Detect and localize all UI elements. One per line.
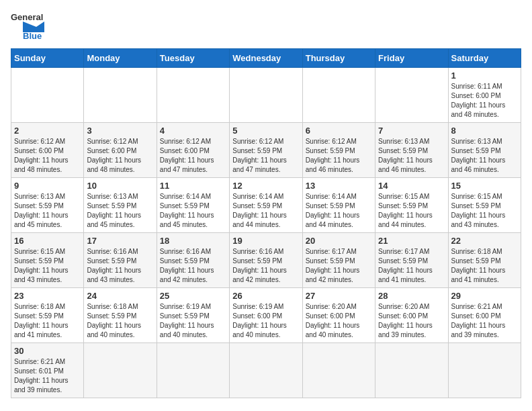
calendar-cell [302, 343, 375, 398]
day-info: Sunrise: 6:17 AMSunset: 5:59 PMDaylight:… [306, 247, 372, 285]
day-number: 29 [451, 291, 518, 301]
day-number: 19 [232, 236, 299, 246]
day-number: 4 [160, 126, 226, 136]
day-info: Sunrise: 6:19 AMSunset: 5:59 PMDaylight:… [160, 302, 226, 340]
calendar-week-5: 30Sunrise: 6:21 AMSunset: 6:01 PMDayligh… [11, 343, 521, 398]
calendar-cell: 3Sunrise: 6:12 AMSunset: 6:00 PMDaylight… [84, 123, 157, 178]
svg-text:General: General [11, 12, 43, 22]
weekday-header-wednesday: Wednesday [230, 49, 302, 68]
day-info: Sunrise: 6:20 AMSunset: 6:00 PMDaylight:… [306, 302, 372, 340]
calendar-week-0: 1Sunrise: 6:11 AMSunset: 6:00 PMDaylight… [11, 68, 521, 123]
calendar-cell [375, 343, 448, 398]
day-info: Sunrise: 6:16 AMSunset: 5:59 PMDaylight:… [232, 247, 299, 285]
logo: GeneralBlue [11, 11, 44, 40]
day-info: Sunrise: 6:17 AMSunset: 5:59 PMDaylight:… [378, 247, 445, 285]
weekday-header-sunday: Sunday [11, 49, 84, 68]
day-number: 8 [451, 126, 518, 136]
calendar-cell: 9Sunrise: 6:13 AMSunset: 5:59 PMDaylight… [11, 178, 84, 233]
calendar-cell [84, 68, 157, 123]
calendar-week-1: 2Sunrise: 6:12 AMSunset: 6:00 PMDaylight… [11, 123, 521, 178]
day-info: Sunrise: 6:18 AMSunset: 5:59 PMDaylight:… [451, 247, 518, 285]
calendar-cell: 2Sunrise: 6:12 AMSunset: 6:00 PMDaylight… [11, 123, 84, 178]
calendar-week-2: 9Sunrise: 6:13 AMSunset: 5:59 PMDaylight… [11, 178, 521, 233]
calendar-cell [157, 68, 229, 123]
calendar-cell: 25Sunrise: 6:19 AMSunset: 5:59 PMDayligh… [157, 288, 229, 343]
day-info: Sunrise: 6:16 AMSunset: 5:59 PMDaylight:… [160, 247, 226, 285]
day-number: 6 [306, 126, 372, 136]
day-number: 23 [14, 291, 81, 301]
day-number: 11 [160, 181, 226, 191]
day-info: Sunrise: 6:15 AMSunset: 5:59 PMDaylight:… [451, 192, 518, 230]
calendar-cell: 19Sunrise: 6:16 AMSunset: 5:59 PMDayligh… [230, 233, 302, 288]
day-number: 7 [378, 126, 445, 136]
calendar-cell: 11Sunrise: 6:14 AMSunset: 5:59 PMDayligh… [157, 178, 229, 233]
calendar-cell: 26Sunrise: 6:19 AMSunset: 6:00 PMDayligh… [230, 288, 302, 343]
calendar-cell [157, 343, 229, 398]
calendar-cell [230, 343, 302, 398]
day-info: Sunrise: 6:12 AMSunset: 5:59 PMDaylight:… [232, 137, 299, 175]
calendar-cell: 1Sunrise: 6:11 AMSunset: 6:00 PMDaylight… [448, 68, 521, 123]
day-number: 10 [87, 181, 153, 191]
calendar-cell: 16Sunrise: 6:15 AMSunset: 5:59 PMDayligh… [11, 233, 84, 288]
calendar-cell: 23Sunrise: 6:18 AMSunset: 5:59 PMDayligh… [11, 288, 84, 343]
weekday-header-saturday: Saturday [448, 49, 521, 68]
day-info: Sunrise: 6:13 AMSunset: 5:59 PMDaylight:… [451, 137, 518, 175]
day-info: Sunrise: 6:12 AMSunset: 6:00 PMDaylight:… [14, 137, 81, 175]
day-number: 21 [378, 236, 445, 246]
calendar-cell: 28Sunrise: 6:20 AMSunset: 6:00 PMDayligh… [375, 288, 448, 343]
day-number: 2 [14, 126, 81, 136]
day-info: Sunrise: 6:14 AMSunset: 5:59 PMDaylight:… [306, 192, 372, 230]
calendar-cell: 13Sunrise: 6:14 AMSunset: 5:59 PMDayligh… [302, 178, 375, 233]
weekday-header-tuesday: Tuesday [157, 49, 229, 68]
calendar-cell: 6Sunrise: 6:12 AMSunset: 5:59 PMDaylight… [302, 123, 375, 178]
day-number: 16 [14, 236, 81, 246]
calendar-cell: 24Sunrise: 6:18 AMSunset: 5:59 PMDayligh… [84, 288, 157, 343]
calendar-cell: 21Sunrise: 6:17 AMSunset: 5:59 PMDayligh… [375, 233, 448, 288]
calendar-cell: 20Sunrise: 6:17 AMSunset: 5:59 PMDayligh… [302, 233, 375, 288]
calendar-cell: 17Sunrise: 6:16 AMSunset: 5:59 PMDayligh… [84, 233, 157, 288]
day-info: Sunrise: 6:16 AMSunset: 5:59 PMDaylight:… [87, 247, 153, 285]
day-number: 28 [378, 291, 445, 301]
calendar-cell: 30Sunrise: 6:21 AMSunset: 6:01 PMDayligh… [11, 343, 84, 398]
day-number: 13 [306, 181, 372, 191]
day-info: Sunrise: 6:12 AMSunset: 6:00 PMDaylight:… [160, 137, 226, 175]
day-number: 12 [232, 181, 299, 191]
day-info: Sunrise: 6:13 AMSunset: 5:59 PMDaylight:… [14, 192, 81, 230]
day-info: Sunrise: 6:15 AMSunset: 5:59 PMDaylight:… [14, 247, 81, 285]
calendar-cell: 5Sunrise: 6:12 AMSunset: 5:59 PMDaylight… [230, 123, 302, 178]
calendar-cell: 18Sunrise: 6:16 AMSunset: 5:59 PMDayligh… [157, 233, 229, 288]
calendar-week-3: 16Sunrise: 6:15 AMSunset: 5:59 PMDayligh… [11, 233, 521, 288]
day-number: 30 [14, 346, 81, 356]
generalblue-logo-icon: GeneralBlue [11, 11, 44, 40]
calendar-cell [11, 68, 84, 123]
day-info: Sunrise: 6:21 AMSunset: 6:01 PMDaylight:… [14, 357, 81, 395]
day-number: 24 [87, 291, 153, 301]
weekday-header-friday: Friday [375, 49, 448, 68]
page-header: GeneralBlue [11, 11, 521, 40]
day-number: 18 [160, 236, 226, 246]
svg-text:Blue: Blue [23, 31, 42, 40]
calendar-cell: 14Sunrise: 6:15 AMSunset: 5:59 PMDayligh… [375, 178, 448, 233]
day-info: Sunrise: 6:15 AMSunset: 5:59 PMDaylight:… [378, 192, 445, 230]
calendar-table: SundayMondayTuesdayWednesdayThursdayFrid… [11, 48, 521, 398]
weekday-header-row: SundayMondayTuesdayWednesdayThursdayFrid… [11, 49, 521, 68]
day-info: Sunrise: 6:14 AMSunset: 5:59 PMDaylight:… [232, 192, 299, 230]
day-info: Sunrise: 6:14 AMSunset: 5:59 PMDaylight:… [160, 192, 226, 230]
day-info: Sunrise: 6:13 AMSunset: 5:59 PMDaylight:… [378, 137, 445, 175]
day-number: 20 [306, 236, 372, 246]
day-info: Sunrise: 6:11 AMSunset: 6:00 PMDaylight:… [451, 82, 518, 120]
calendar-cell [302, 68, 375, 123]
day-info: Sunrise: 6:12 AMSunset: 6:00 PMDaylight:… [87, 137, 153, 175]
calendar-cell [448, 343, 521, 398]
day-number: 1 [451, 71, 518, 81]
day-number: 26 [232, 291, 299, 301]
calendar-cell: 4Sunrise: 6:12 AMSunset: 6:00 PMDaylight… [157, 123, 229, 178]
calendar-cell: 29Sunrise: 6:21 AMSunset: 6:00 PMDayligh… [448, 288, 521, 343]
calendar-cell: 7Sunrise: 6:13 AMSunset: 5:59 PMDaylight… [375, 123, 448, 178]
day-info: Sunrise: 6:19 AMSunset: 6:00 PMDaylight:… [232, 302, 299, 340]
day-number: 17 [87, 236, 153, 246]
day-info: Sunrise: 6:13 AMSunset: 5:59 PMDaylight:… [87, 192, 153, 230]
day-number: 5 [232, 126, 299, 136]
day-info: Sunrise: 6:18 AMSunset: 5:59 PMDaylight:… [87, 302, 153, 340]
weekday-header-thursday: Thursday [302, 49, 375, 68]
